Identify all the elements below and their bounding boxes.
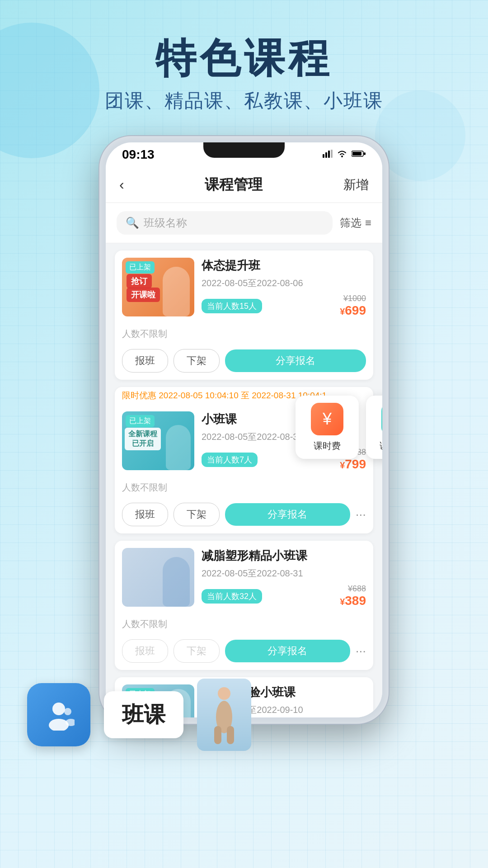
nav-title: 课程管理 (205, 175, 263, 195)
header-section: 特色课程 团课、精品课、私教课、小班课 (0, 0, 488, 113)
search-area: 🔍 班级名称 筛选 ≡ (106, 203, 382, 243)
svg-rect-20 (214, 726, 221, 744)
search-placeholder: 班级名称 (144, 216, 187, 230)
notch (203, 142, 285, 158)
people-limit-1: 人数不限制 (122, 328, 167, 340)
new-button[interactable]: 新增 (343, 176, 369, 193)
register-btn-3[interactable]: 报班 (122, 639, 168, 663)
phone-wrapper: 09:13 (0, 136, 488, 724)
promo-badge-1: 抢订 (127, 274, 152, 288)
battery-icon (352, 149, 366, 160)
people-limit-3: 人数不限制 (122, 618, 167, 630)
svg-point-18 (218, 687, 230, 700)
card-info-3: 减脂塑形精品小班课 2022-08-05至2022-08-31 当前人数32人 … (202, 548, 366, 608)
register-btn-2[interactable]: 报班 (122, 503, 168, 526)
original-price-1: ¥1000 (340, 294, 366, 303)
thumbnail-3 (122, 548, 194, 607)
current-price-1: ¥699 (340, 303, 366, 318)
badge-listed-2: 已上架 (126, 415, 155, 427)
person-icon-block[interactable] (27, 683, 90, 746)
people-limit-2: 人数不限制 (122, 481, 167, 494)
filter-icon: ≡ (365, 217, 371, 229)
share-btn-3[interactable]: 分享报名 (225, 640, 350, 662)
current-price-2: ¥799 (340, 457, 366, 472)
svg-point-15 (49, 719, 69, 731)
keshifei-label: 课时费 (314, 440, 341, 452)
phone-frame: 09:13 (99, 136, 389, 724)
share-btn-1[interactable]: 分享报名 (225, 349, 366, 372)
search-icon: 🔍 (126, 217, 139, 229)
kecheng-label: 课程管理 (380, 440, 382, 452)
svg-rect-1 (325, 152, 327, 158)
card-meta-3: 当前人数32人 ¥688 ¥389 (202, 584, 366, 608)
status-icons (323, 149, 366, 160)
card-actions-1: 报班 下架 分享报名 (115, 344, 373, 380)
search-box[interactable]: 🔍 班级名称 (117, 211, 333, 235)
kecheng-icon (381, 403, 382, 435)
thumbnail-2: 已上架 全新课程已开启 (122, 411, 194, 470)
open-badge-1: 开课啦 (127, 288, 160, 302)
svg-point-14 (52, 703, 65, 715)
signal-icon (323, 149, 333, 160)
card-main-1: 已上架 抢订 开课啦 体态提升班 2022-08-05至2022-08-06 当… (115, 250, 373, 325)
unlist-btn-1[interactable]: 下架 (174, 349, 220, 373)
phone-screen: 09:13 (106, 142, 382, 717)
person-figure (197, 679, 251, 751)
card-actions-3: 报班 下架 分享报名 ··· (115, 635, 373, 670)
bottom-overlay: 班课 (27, 679, 251, 751)
back-button[interactable]: ‹ (119, 176, 124, 193)
keshifei-icon: ¥ (311, 403, 343, 435)
badge-listed-1: 已上架 (126, 261, 155, 274)
figure-1 (163, 267, 190, 316)
people-badge-3: 当前人数32人 (202, 589, 262, 604)
price-area-3: ¥688 ¥389 (340, 584, 366, 608)
svg-rect-3 (331, 150, 333, 158)
share-btn-2[interactable]: 分享报名 (225, 503, 350, 526)
filter-label: 筛选 (340, 216, 361, 230)
new-course-badge-2: 全新课程已开启 (125, 428, 161, 450)
card-info-1: 体态提升班 2022-08-05至2022-08-06 当前人数15人 ¥100… (202, 258, 366, 318)
course-card-1: 已上架 抢订 开课啦 体态提升班 2022-08-05至2022-08-06 当… (115, 250, 373, 380)
figure-2 (166, 425, 191, 470)
course-list: 已上架 抢订 开课啦 体态提升班 2022-08-05至2022-08-06 当… (106, 243, 382, 717)
status-bar: 09:13 (106, 142, 382, 167)
svg-rect-0 (323, 154, 324, 158)
figure-3 (163, 557, 190, 607)
price-area-1: ¥1000 ¥699 (340, 294, 366, 318)
unlist-btn-2[interactable]: 下架 (174, 503, 220, 526)
card-main-3: 减脂塑形精品小班课 2022-08-05至2022-08-31 当前人数32人 … (115, 541, 373, 615)
float-popup: ¥ 课时费 课程管理 (296, 396, 382, 459)
wifi-icon (337, 149, 347, 160)
sub-title: 团课、精品课、私教课、小班课 (0, 88, 488, 113)
float-item-keshifei[interactable]: ¥ 课时费 (296, 396, 359, 459)
course-date-3: 2022-08-05至2022-08-31 (202, 567, 366, 580)
banjiao-label: 班课 (104, 691, 183, 738)
course-date-1: 2022-08-05至2022-08-06 (202, 277, 366, 289)
people-badge-2: 当前人数7人 (202, 453, 258, 467)
people-badge-1: 当前人数15人 (202, 299, 262, 313)
unlist-btn-3[interactable]: 下架 (174, 639, 220, 663)
card-footer-meta-3: 人数不限制 (115, 615, 373, 635)
main-title: 特色课程 (0, 36, 488, 81)
nav-bar: ‹ 课程管理 新增 (106, 167, 382, 203)
register-btn-1[interactable]: 报班 (122, 349, 168, 373)
thumbnail-1: 已上架 抢订 开课啦 (122, 258, 194, 316)
more-btn-3[interactable]: ··· (356, 644, 366, 658)
yuan-icon: ¥ (323, 410, 332, 429)
status-time: 09:13 (122, 147, 155, 162)
course-card-3: 减脂塑形精品小班课 2022-08-05至2022-08-31 当前人数32人 … (115, 541, 373, 670)
course-name-3: 减脂塑形精品小班课 (202, 548, 366, 564)
card-footer-meta-1: 人数不限制 (115, 325, 373, 344)
svg-point-16 (64, 708, 71, 715)
float-item-kechengguanli[interactable]: 课程管理 (366, 396, 382, 459)
svg-rect-2 (328, 151, 330, 158)
original-price-3: ¥688 (340, 584, 366, 594)
svg-rect-7 (364, 152, 366, 155)
card-footer-meta-2: 人数不限制 (115, 479, 373, 498)
card-actions-2: 报班 下架 分享报名 ··· (115, 498, 373, 533)
more-btn-2[interactable]: ··· (356, 507, 366, 522)
svg-point-4 (341, 156, 343, 157)
filter-area[interactable]: 筛选 ≡ (340, 216, 371, 230)
current-price-3: ¥389 (340, 594, 366, 608)
course-name-1: 体态提升班 (202, 258, 366, 274)
